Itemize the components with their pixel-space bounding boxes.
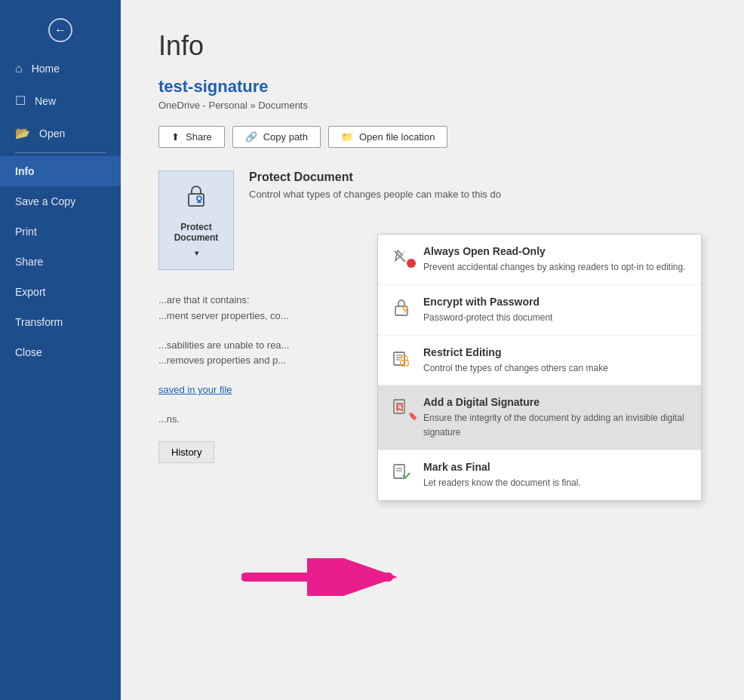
mark-final-icon	[390, 462, 413, 482]
home-icon: ⌂	[15, 62, 23, 75]
dropdown-item-mark-final-title: Mark as Final	[423, 461, 581, 473]
share-label: Share	[186, 131, 212, 143]
sidebar-label-share: Share	[15, 256, 43, 268]
dropdown-item-encrypt-title: Encrypt with Password	[423, 296, 552, 308]
protect-document-title: Protect Document	[249, 170, 501, 184]
action-buttons: ⬆ Share 🔗 Copy path 📁 Open file location	[158, 126, 706, 148]
back-button[interactable]: ←	[0, 8, 121, 53]
dropdown-item-readonly-description: Prevent accidental changes by asking rea…	[423, 262, 686, 272]
dropdown-item-mark-final-description: Let readers know the document is final.	[423, 477, 581, 488]
dropdown-item-digital-signature[interactable]: 🔖 Add a Digital Signature Ensure the int…	[378, 385, 701, 450]
sidebar-item-close[interactable]: Close	[0, 337, 121, 367]
open-file-location-button[interactable]: 📁 Open file location	[328, 126, 447, 148]
sidebar-label-home: Home	[32, 63, 60, 75]
sidebar-label-transform: Transform	[15, 316, 63, 328]
share-button[interactable]: ⬆ Share	[158, 126, 225, 148]
arrow-indicator	[241, 558, 400, 599]
dropdown-item-restrict-description: Control the types of changes others can …	[423, 363, 608, 373]
dropdown-item-mark-final[interactable]: Mark as Final Let readers know the docum…	[378, 450, 701, 500]
dropdown-item-readonly-title: Always Open Read-Only	[423, 245, 686, 257]
new-icon: ☐	[15, 94, 26, 108]
no-badge-icon	[407, 259, 416, 268]
dropdown-item-encrypt-description: Password-protect this document	[423, 312, 552, 323]
sidebar-item-transform[interactable]: Transform	[0, 307, 121, 337]
folder-icon: 📁	[341, 131, 353, 143]
dropdown-item-restrict-title: Restrict Editing	[423, 346, 608, 358]
protect-document-description: Control what types of changes people can…	[249, 189, 501, 200]
svg-rect-9	[394, 352, 404, 365]
sidebar-item-print[interactable]: Print	[0, 216, 121, 247]
dropdown-item-readonly-text: Always Open Read-Only Prevent accidental…	[423, 245, 686, 274]
main-content: Info test-signature OneDrive - Personal …	[121, 0, 744, 700]
document-title: test-signature	[158, 77, 706, 97]
protect-dropdown-menu: Always Open Read-Only Prevent accidental…	[377, 234, 702, 501]
dropdown-item-encrypt[interactable]: Encrypt with Password Password-protect t…	[378, 285, 701, 336]
history-button[interactable]: History	[158, 441, 214, 463]
protect-document-text: Protect Document Control what types of c…	[249, 170, 501, 200]
sidebar-item-save-copy[interactable]: Save a Copy	[0, 186, 121, 216]
sidebar-label-info: Info	[15, 165, 35, 177]
dropdown-item-digital-signature-description: Ensure the integrity of the document by …	[423, 413, 684, 438]
document-path: OneDrive - Personal » Documents	[158, 100, 706, 111]
sidebar-item-open[interactable]: 📂 Open	[0, 117, 121, 149]
sidebar-label-new: New	[35, 95, 56, 107]
arrow-svg	[241, 558, 400, 596]
saved-in-file-link[interactable]: saved in your file	[158, 384, 232, 395]
open-file-location-label: Open file location	[359, 131, 435, 143]
encrypt-icon	[390, 297, 413, 317]
sidebar-label-close: Close	[15, 346, 42, 358]
share-icon: ⬆	[171, 131, 180, 143]
svg-point-7	[404, 306, 407, 310]
copy-path-label: Copy path	[263, 131, 308, 143]
sidebar-label-open: Open	[39, 127, 65, 140]
sidebar: ← ⌂ Home ☐ New 📂 Open Info Save a Copy P…	[0, 0, 121, 700]
sidebar-item-new[interactable]: ☐ New	[0, 84, 121, 117]
sidebar-label-save-copy: Save a Copy	[15, 195, 75, 207]
restrict-icon	[390, 348, 413, 367]
protect-document-label: Protect Document	[171, 222, 221, 243]
protect-document-button[interactable]: Protect Document ▾	[158, 170, 234, 270]
sidebar-item-info[interactable]: Info	[0, 156, 121, 186]
readonly-icon	[390, 247, 413, 266]
dropdown-item-readonly[interactable]: Always Open Read-Only Prevent accidental…	[378, 235, 701, 285]
copy-path-button[interactable]: 🔗 Copy path	[232, 126, 321, 148]
dropdown-item-digital-signature-title: Add a Digital Signature	[423, 396, 689, 408]
protect-document-icon	[183, 183, 210, 216]
sidebar-item-export[interactable]: Export	[0, 277, 121, 307]
copy-icon: 🔗	[245, 131, 257, 143]
chevron-down-icon: ▾	[195, 249, 198, 257]
digital-signature-icon: 🔖	[390, 398, 413, 417]
dropdown-item-restrict-text: Restrict Editing Control the types of ch…	[423, 346, 608, 375]
bookmark-badge-icon: 🔖	[408, 412, 417, 420]
sidebar-label-export: Export	[15, 286, 45, 298]
dropdown-item-digital-signature-text: Add a Digital Signature Ensure the integ…	[423, 396, 689, 439]
svg-point-1	[197, 196, 201, 201]
dropdown-item-encrypt-text: Encrypt with Password Password-protect t…	[423, 296, 552, 324]
back-circle-icon: ←	[48, 18, 72, 42]
page-title: Info	[158, 30, 706, 62]
sidebar-item-home[interactable]: ⌂ Home	[0, 53, 121, 84]
open-icon: 📂	[15, 126, 30, 140]
sidebar-label-print: Print	[15, 226, 37, 238]
dropdown-item-restrict[interactable]: Restrict Editing Control the types of ch…	[378, 336, 701, 386]
dropdown-item-mark-final-text: Mark as Final Let readers know the docum…	[423, 461, 581, 490]
sidebar-item-share[interactable]: Share	[0, 247, 121, 277]
sidebar-divider	[15, 152, 106, 153]
svg-rect-14	[394, 400, 404, 413]
